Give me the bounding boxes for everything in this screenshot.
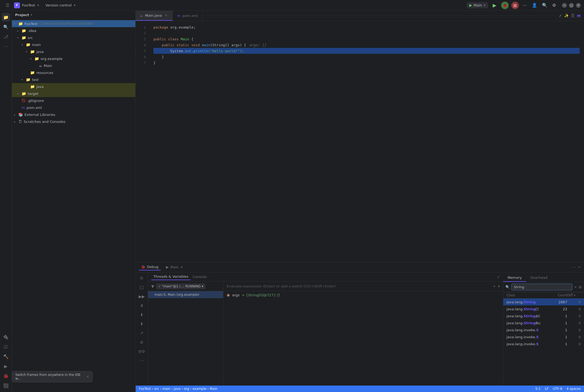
tree-item-main-class[interactable]: ▸ ☕ Main: [12, 62, 135, 69]
step-out-button[interactable]: ↗: [138, 329, 146, 337]
encoding[interactable]: UTF-8: [553, 387, 562, 391]
expression-chevron[interactable]: ▾: [498, 284, 500, 288]
tree-item-scratches[interactable]: ▸ 🗒 Scratches and Consoles: [12, 118, 135, 125]
clear-button[interactable]: ⊘⊘: [138, 348, 146, 355]
tree-item-main[interactable]: ▾ 📁 main: [12, 41, 135, 48]
cursor-position[interactable]: 5:1: [535, 387, 540, 391]
debug-tab-label[interactable]: 🐞 Debug: [139, 264, 161, 270]
sidebar-item-vcs[interactable]: ⎇: [2, 32, 10, 41]
more-debug-button[interactable]: ⋯: [138, 357, 146, 364]
breakpoint-5[interactable]: 🔴: [136, 49, 136, 53]
tree-item-java-test[interactable]: ▸ 📁 java: [12, 83, 135, 90]
minimize-button[interactable]: ─: [562, 3, 567, 8]
tree-item-test[interactable]: ▾ 📁 test: [12, 76, 135, 83]
run-config[interactable]: ▶ Main ▾: [467, 2, 488, 8]
restart-button[interactable]: ↻: [138, 275, 146, 282]
project-panel-chevron[interactable]: [31, 13, 32, 17]
debug-more-icon[interactable]: ⋯: [572, 265, 576, 270]
thread-frame-item[interactable]: main:5, Main (org.example): [148, 291, 223, 298]
debug-main-close[interactable]: ✕: [180, 265, 183, 269]
tree-item-target[interactable]: ▸ 📁 target: [12, 90, 135, 97]
sidebar-item-search[interactable]: 🔍: [2, 23, 10, 31]
sidebar-item-build[interactable]: 🔨: [2, 352, 10, 361]
sidebar-item-project[interactable]: 📁: [2, 13, 10, 22]
maximize-button[interactable]: □: [569, 3, 574, 8]
tree-item-external-libs[interactable]: ▸ 📚 External Libraries: [12, 111, 135, 118]
memory-search-input[interactable]: [511, 284, 572, 290]
step-into-button[interactable]: ⬆: [138, 320, 146, 328]
hamburger-menu[interactable]: ☰: [3, 1, 12, 10]
tree-item-pomxml[interactable]: ▸ m pom.xml: [12, 104, 135, 111]
mute-button[interactable]: ⊘: [138, 338, 146, 346]
tree-item-java[interactable]: ▾ 📁 java: [12, 48, 135, 55]
version-control[interactable]: Version control: [45, 3, 72, 7]
pause-button[interactable]: ⏸: [138, 302, 146, 309]
debug-button[interactable]: 🐞: [501, 2, 509, 9]
stop-debug-button[interactable]: □: [138, 284, 146, 291]
sidebar-item-terminal[interactable]: ⬛: [2, 381, 10, 390]
close-button[interactable]: ✕: [576, 3, 581, 8]
sidebar-item-todo[interactable]: ☑: [2, 343, 10, 351]
expression-icons: + ▾: [493, 284, 500, 288]
tree-item-src[interactable]: ▾ 📁 src: [12, 34, 135, 41]
resume-button[interactable]: ▶▶: [138, 293, 146, 300]
project-chevron[interactable]: ▾: [37, 3, 39, 7]
filter-icon[interactable]: ▼: [151, 284, 154, 288]
db-icon[interactable]: 🗄: [571, 13, 575, 18]
notification-text: Switch frames from anywhere in the IDE w…: [15, 373, 84, 380]
memory-row-4[interactable]: java.lang.invoke.S 1 0: [503, 326, 584, 333]
memory-tab-overhead[interactable]: Overhead: [526, 274, 552, 282]
sidebar-item-plugins[interactable]: 🔌: [2, 333, 10, 341]
tree-item-idea[interactable]: ▸ 📁 .idea: [12, 27, 135, 34]
memory-tab-memory[interactable]: Memory: [503, 274, 526, 282]
project-panel: Project ▾ 📁 FooTest C:\Workplace\FooProj…: [12, 11, 136, 392]
memory-row-1[interactable]: java.lang.String[] 22 0: [503, 305, 584, 312]
window-controls: ─ □ ✕: [562, 3, 581, 8]
memory-row-6[interactable]: java.lang.invoke.S 1 0: [503, 340, 584, 347]
memory-search-clear[interactable]: ✕: [574, 285, 577, 289]
tree-item-gitignore[interactable]: ▸ 🚫 .gitignore: [12, 97, 135, 104]
debug-tab-main[interactable]: ▶ Main ✕: [164, 264, 185, 270]
subtab-threads-vars[interactable]: Threads & Variables: [151, 273, 191, 280]
debug-minimize-icon[interactable]: ─: [578, 265, 581, 270]
tree-item-footest[interactable]: ▾ 📁 FooTest C:\Workplace\FooProjects\Foo…: [12, 20, 135, 27]
diff-2: 0: [567, 314, 581, 318]
notification-close[interactable]: ✕: [86, 375, 89, 379]
sidebar-item-more[interactable]: ⋯: [2, 42, 10, 51]
search-icon[interactable]: 🔍: [541, 2, 548, 9]
col-diff-chevron[interactable]: ▾: [574, 294, 575, 297]
indent-settings[interactable]: 4 spaces: [567, 387, 581, 391]
memory-row-2[interactable]: java.lang.String$C 1 0: [503, 312, 584, 319]
checkmark-icon[interactable]: ✓: [559, 13, 562, 18]
step-over-button[interactable]: ⬇: [138, 311, 146, 319]
tree-item-org-example[interactable]: ▾ 📁 org.example: [12, 55, 135, 62]
sidebar-item-debug[interactable]: 🐞: [2, 372, 10, 380]
run-button[interactable]: ▶: [491, 2, 498, 9]
tab-main-java[interactable]: ☕ Main.java ✕: [136, 11, 173, 21]
ai-icon[interactable]: ✨: [564, 13, 569, 18]
tab-close-main-java[interactable]: ✕: [164, 13, 168, 18]
subtab-console[interactable]: Console: [191, 274, 209, 280]
tab-pom-xml[interactable]: m pom.xml: [173, 11, 202, 21]
more-options-icon[interactable]: ⋯: [522, 2, 528, 9]
stop-button[interactable]: ■: [511, 2, 519, 9]
version-control-chevron[interactable]: ▾: [74, 3, 76, 7]
tree-item-resources[interactable]: ▸ 📁 resources: [12, 69, 135, 76]
memory-row-5[interactable]: java.lang.invoke.S 1 0: [503, 333, 584, 340]
breadcrumb[interactable]: FooTest › src › main › java › org › exam…: [139, 387, 217, 391]
add-watch-icon[interactable]: +: [493, 284, 496, 288]
sidebar-item-run[interactable]: ▶: [2, 362, 10, 370]
thread-select[interactable]: ✓ "main"@1 i...: RUNNING ▾: [156, 284, 205, 289]
expression-input[interactable]: [227, 284, 491, 288]
line-endings[interactable]: LF: [545, 387, 549, 391]
memory-row-3[interactable]: java.lang.StringBu 1 0: [503, 319, 584, 326]
expand-icon[interactable]: ⤢: [497, 275, 500, 279]
class-name-4: java.lang.invoke.S: [506, 328, 551, 332]
user-icon[interactable]: 👤: [531, 2, 538, 9]
memory-row-0[interactable]: java.lang.String 2867 0: [503, 298, 584, 305]
settings-icon[interactable]: ⚙: [551, 2, 557, 9]
code-content[interactable]: package org.example; public class Main {…: [149, 21, 584, 262]
memory-settings-icon[interactable]: ⚙: [578, 285, 582, 289]
variable-args[interactable]: ◉ args = {String[0]@727} []: [223, 291, 503, 299]
m-icon[interactable]: m: [577, 13, 581, 18]
